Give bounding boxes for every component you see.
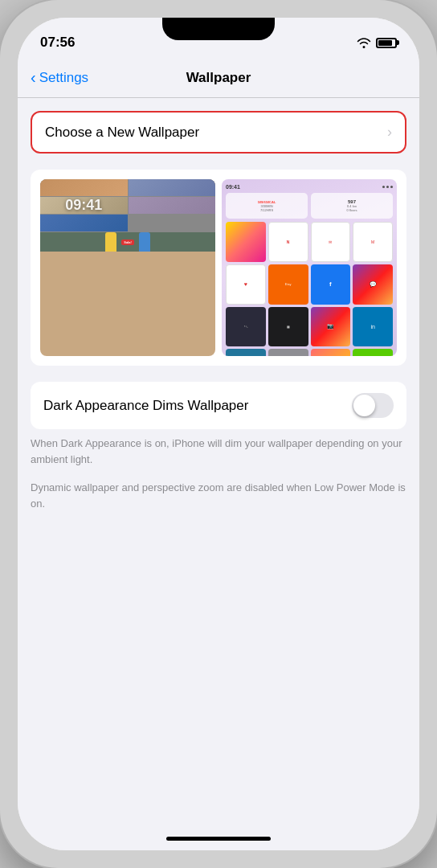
dark-appearance-label: Dark Appearance Dims Wallpaper	[43, 398, 352, 414]
notch	[162, 18, 275, 40]
home-screen-preview[interactable]: 09:41 509/650CAL 3/30MIN	[222, 179, 397, 356]
widgets-row: 509/650CAL 3/30MIN 7/12HRS 597 0.4 km 0 …	[226, 193, 393, 219]
back-chevron-icon: ‹	[31, 69, 36, 85]
app-instagram: 📷	[311, 307, 351, 347]
lock-time-display: 09:41	[65, 197, 102, 214]
fitness-widget: 509/650CAL 3/30MIN 7/12HRS	[226, 193, 308, 219]
app-mining: ⛏	[226, 307, 266, 347]
dark-appearance-row: Dark Appearance Dims Wallpaper	[43, 382, 394, 429]
app-grid: N ✉ M ♥ Etsy f 💬 ⛏ ▦ 📷 in	[226, 222, 393, 356]
home-status-icons	[382, 186, 393, 188]
wallpaper-preview: 09:41 Sala!	[31, 170, 406, 366]
collage-cell-5	[40, 215, 128, 231]
battery-fill	[378, 40, 392, 46]
app-duolingo: 🦉	[353, 349, 393, 356]
app-collage: ◩	[311, 349, 351, 356]
figure-yellow	[105, 232, 116, 252]
toggle-thumb	[353, 395, 375, 416]
sala-sign: Sala!	[121, 240, 134, 245]
app-gmail: M	[353, 222, 393, 262]
home-time-mini: 09:41	[226, 184, 240, 190]
app-facebook: f	[311, 264, 351, 305]
app-news: N	[268, 222, 308, 262]
collage-cell-3: 09:41	[40, 197, 128, 214]
status-bar: 07:56	[18, 18, 419, 58]
pedometer-widget: 597 0.4 km 0 floors	[311, 193, 393, 219]
dark-appearance-section: Dark Appearance Dims Wallpaper	[31, 382, 406, 429]
choose-wallpaper-row[interactable]: Choose a New Wallpaper ›	[31, 111, 406, 154]
phone-frame: 07:56 ‹ Settings W	[0, 0, 437, 868]
choose-wallpaper-container: Choose a New Wallpaper ›	[31, 111, 406, 154]
home-indicator	[18, 830, 419, 850]
collage-cell-4	[129, 197, 216, 214]
home-bar	[166, 837, 271, 841]
app-entertainment: ▦	[268, 307, 308, 347]
status-time: 07:56	[40, 35, 75, 51]
description-dark-appearance: When Dark Appearance is on, iPhone will …	[31, 436, 406, 467]
figure-blue	[139, 232, 150, 252]
battery-icon	[376, 38, 397, 48]
nav-back-button[interactable]: ‹ Settings	[31, 70, 88, 86]
signal-dot-1	[382, 186, 385, 188]
app-linkedin: in	[353, 307, 393, 347]
home-status-bar: 09:41	[226, 184, 393, 190]
app-health: ♥	[226, 264, 266, 305]
screen: 07:56 ‹ Settings W	[18, 18, 419, 850]
fitness-label2: 7/12HRS	[260, 208, 273, 212]
back-label: Settings	[39, 70, 88, 86]
collage-cell-6: Sala!	[40, 232, 215, 252]
phone-inner: 07:56 ‹ Settings W	[18, 18, 419, 850]
signal-dot-2	[386, 186, 389, 188]
dark-appearance-toggle[interactable]	[352, 393, 394, 418]
chevron-right-icon: ›	[387, 124, 392, 141]
signal-dot-3	[390, 186, 393, 188]
app-more: ⋯	[268, 349, 308, 356]
app-etsy: Etsy	[268, 264, 308, 305]
nav-bar: ‹ Settings Wallpaper	[18, 58, 419, 98]
wifi-icon	[357, 37, 371, 48]
page-title: Wallpaper	[186, 70, 251, 86]
collage-grid: 09:41 Sala!	[40, 179, 215, 252]
status-icons	[357, 37, 397, 48]
content-area: Choose a New Wallpaper › 09:41	[18, 98, 419, 830]
app-email: ✉	[311, 222, 351, 262]
collage-cell-1	[40, 179, 128, 196]
lock-screen-preview[interactable]: 09:41 Sala!	[40, 179, 215, 356]
home-screen-content: 09:41 509/650CAL 3/30MIN	[222, 179, 397, 356]
app-wordpress: W	[226, 349, 266, 356]
app-messenger: 💬	[353, 264, 393, 305]
collage-cell-2	[129, 179, 216, 196]
pedometer-floor: 0 floors	[346, 208, 357, 212]
description-low-power: Dynamic wallpaper and perspective zoom a…	[31, 480, 406, 511]
choose-wallpaper-label: Choose a New Wallpaper	[45, 125, 199, 141]
app-photos	[226, 222, 266, 262]
